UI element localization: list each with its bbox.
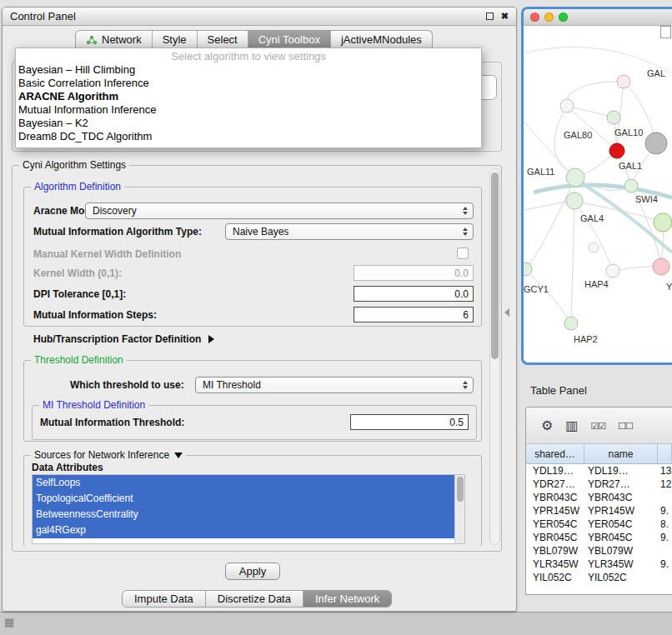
network-node[interactable] xyxy=(617,75,630,88)
columns-icon[interactable]: ▥ xyxy=(565,419,578,432)
hub-section-toggle[interactable]: Hub/Transcription Factor Definition xyxy=(33,331,214,348)
network-node[interactable] xyxy=(564,317,578,330)
tab-label: Discretize Data xyxy=(218,592,291,605)
column-header-shared-name[interactable]: shared… xyxy=(526,444,584,463)
network-node[interactable] xyxy=(607,111,620,124)
data-attributes-list[interactable]: SelfLoopsTopologicalCoefficientBetweenne… xyxy=(32,474,465,544)
network-node[interactable] xyxy=(654,213,672,232)
float-window-icon[interactable] xyxy=(486,12,494,20)
table-row[interactable]: YBL079WYBL079W xyxy=(526,544,672,558)
network-node[interactable] xyxy=(609,143,624,158)
network-node[interactable] xyxy=(624,179,638,192)
table-cell: YPR145W xyxy=(584,504,658,518)
dpi-tolerance-label: DPI Tolerance [0,1]: xyxy=(33,286,126,302)
network-node[interactable] xyxy=(589,242,599,252)
algorithm-option[interactable]: Basic Correlation Inference xyxy=(16,77,481,90)
table-row[interactable]: YPR145WYPR145W9. xyxy=(526,504,672,518)
network-node[interactable] xyxy=(645,132,667,154)
scrollbar-thumb[interactable] xyxy=(457,477,464,502)
mi-threshold-field[interactable]: 0.5 xyxy=(350,414,469,430)
table-row[interactable]: YLR345WYLR345W9. xyxy=(526,558,672,571)
network-window-titlebar[interactable] xyxy=(524,9,672,26)
tab-network[interactable]: Network xyxy=(76,31,153,48)
table-cell: YBR045C xyxy=(526,531,584,544)
attribute-item[interactable]: SelfLoops xyxy=(33,475,454,491)
table-cell: 9. xyxy=(658,504,672,518)
network-edge[interactable] xyxy=(574,201,613,270)
mi-steps-field[interactable]: 6 xyxy=(354,307,474,322)
combo-arrows-icon xyxy=(463,228,473,236)
node-table-body: YDL19…YDL19…13YDR27…YDR27…12YBR043CYBR04… xyxy=(526,464,672,584)
apply-button[interactable]: Apply xyxy=(225,562,280,580)
network-node[interactable] xyxy=(606,264,619,278)
network-tab-icon xyxy=(86,35,98,45)
settings-scrollbar[interactable] xyxy=(489,168,500,545)
kernel-width-field[interactable]: 0.0 xyxy=(354,265,474,281)
network-node[interactable] xyxy=(524,262,532,276)
table-row[interactable]: YDL19…YDL19…13 xyxy=(526,464,672,478)
network-node[interactable] xyxy=(566,192,583,209)
panel-collapse-handle[interactable] xyxy=(504,308,509,317)
network-node[interactable] xyxy=(566,168,584,187)
tab-label: jActiveMNodules xyxy=(341,33,422,46)
table-row[interactable]: YDR27…YDR27…12 xyxy=(526,478,672,491)
panel-grid-icon[interactable]: ▦ xyxy=(4,616,14,628)
table-row[interactable]: YBR045CYBR045C9. xyxy=(526,531,672,544)
algorithm-option[interactable]: Dream8 DC_TDC Algorithm xyxy=(16,130,481,143)
select-all-icon[interactable]: ☑☑ xyxy=(590,419,605,432)
column-header-name[interactable]: name xyxy=(584,444,658,463)
mi-algorithm-type-select[interactable]: Naive Bayes xyxy=(225,223,474,240)
table-panel-title: Table Panel xyxy=(530,384,587,397)
clear-selection-icon[interactable]: ☐☐ xyxy=(618,419,633,432)
algorithm-option[interactable]: ARACNE Algorithm xyxy=(16,90,481,103)
network-edge[interactable] xyxy=(554,106,574,175)
kernel-width-label: Kernel Width (0,1): xyxy=(33,265,122,282)
close-icon[interactable]: ✖ xyxy=(501,12,509,21)
which-threshold-value: MI Threshold xyxy=(203,379,261,391)
aracne-mode-select[interactable]: Discovery xyxy=(85,202,474,219)
node-label: GAL11 xyxy=(527,167,554,177)
tab-jactivemnodules[interactable]: jActiveMNodules xyxy=(331,31,432,48)
control-panel-titlebar[interactable]: Control Panel ✖ xyxy=(3,8,516,26)
network-edge[interactable] xyxy=(571,201,574,323)
which-threshold-select[interactable]: MI Threshold xyxy=(195,377,474,393)
network-node[interactable] xyxy=(560,99,574,112)
attribute-item[interactable]: BetweennessCentrality xyxy=(33,507,454,522)
minimize-traffic-light-icon[interactable] xyxy=(544,12,554,22)
tab-label: Style xyxy=(163,33,187,46)
table-cell: 9. xyxy=(658,558,672,571)
table-cell xyxy=(658,491,672,504)
dpi-tolerance-field[interactable]: 0.0 xyxy=(354,286,474,302)
zoom-traffic-light-icon[interactable] xyxy=(559,12,568,22)
network-edge[interactable] xyxy=(524,201,572,210)
collapse-arrow-icon xyxy=(174,452,183,458)
network-edge[interactable] xyxy=(525,269,570,322)
gear-icon[interactable]: ⚙ xyxy=(541,419,553,432)
column-header-cut[interactable] xyxy=(658,444,672,463)
attribute-item[interactable]: gal4RGexp xyxy=(33,522,454,538)
tab-style[interactable]: Style xyxy=(153,31,198,48)
table-cell: YDL19… xyxy=(526,464,584,478)
data-attributes-label: Data Attributes xyxy=(32,459,103,476)
scrollbar-corner[interactable] xyxy=(660,26,671,38)
control-panel-tabs: Network Style Select Cyni Toolbox jActiv… xyxy=(75,30,433,48)
table-row[interactable]: YBR043CYBR043C xyxy=(526,491,672,504)
attribute-item[interactable]: TopologicalCoefficient xyxy=(33,491,454,507)
scrollbar-thumb[interactable] xyxy=(491,172,499,359)
list-scrollbar[interactable] xyxy=(454,475,464,543)
tab-infer-network[interactable]: Infer Network xyxy=(303,591,391,607)
table-row[interactable]: YIL052CYIL052C xyxy=(526,571,672,584)
network-edge[interactable] xyxy=(567,82,624,105)
algorithm-option[interactable]: Bayesian – K2 xyxy=(16,117,481,130)
network-canvas[interactable]: GALGAL80GAL10GAL11GAL1SWI4GAL4GCY1HAP4HA… xyxy=(524,26,672,362)
tab-impute-data[interactable]: Impute Data xyxy=(123,591,206,607)
close-traffic-light-icon[interactable] xyxy=(530,12,539,22)
table-row[interactable]: YER054CYER054C8. xyxy=(526,518,672,531)
algorithm-option[interactable]: Mutual Information Inference xyxy=(16,103,481,117)
algorithm-option[interactable]: Bayesian – Hill Climbing xyxy=(16,63,481,77)
tab-cyni-toolbox[interactable]: Cyni Toolbox xyxy=(248,31,331,48)
tab-discretize-data[interactable]: Discretize Data xyxy=(206,591,303,607)
manual-kernel-checkbox[interactable] xyxy=(457,248,469,259)
network-node[interactable] xyxy=(653,258,669,275)
tab-select[interactable]: Select xyxy=(198,31,248,48)
